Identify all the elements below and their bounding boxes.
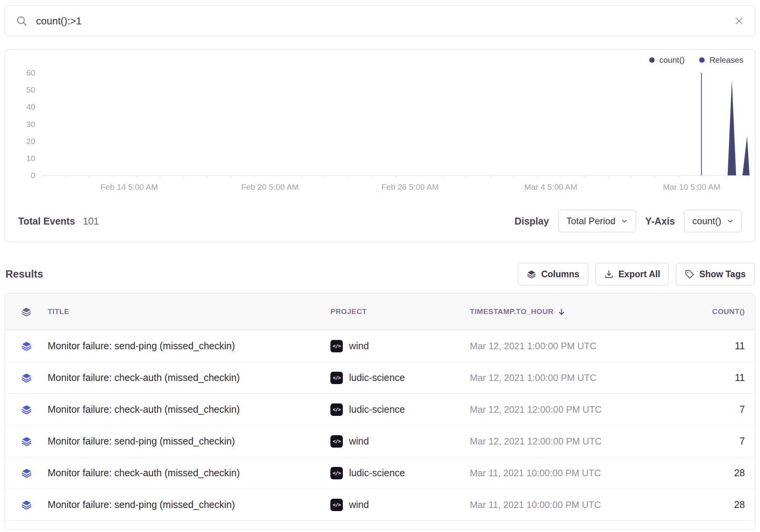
svg-text:Feb 26 5:00 AM: Feb 26 5:00 AM [381, 182, 438, 191]
project-name: ludic-science [349, 467, 405, 479]
row-project[interactable]: </> ludic-science [330, 403, 470, 416]
column-timestamp[interactable]: TIMESTAMP.TO_HOUR [470, 307, 675, 316]
row-title[interactable]: Monitor failure: send-ping (missed_check… [48, 340, 330, 352]
row-timestamp: Mar 12, 2021 1:00:00 PM UTC [470, 341, 675, 352]
stack-icon [21, 436, 32, 446]
row-timestamp: Mar 11, 2021 10:00:00 PM UTC [470, 468, 675, 479]
legend-count-dot [649, 57, 655, 63]
row-title[interactable]: Monitor failure: check-auth (missed_chec… [48, 404, 330, 415]
row-project[interactable]: </> ludic-science [330, 467, 470, 479]
tag-icon [685, 269, 694, 279]
project-name: wind [349, 499, 369, 510]
project-name: ludic-science [349, 372, 405, 383]
layers-icon [527, 269, 536, 279]
row-title[interactable]: Monitor failure: send-ping (missed_check… [48, 499, 330, 510]
events-over-time-chart: 0102030405060Feb 14 5:00 AMFeb 20 5:00 A… [5, 65, 755, 201]
stack-icon [21, 341, 32, 351]
column-count[interactable]: COUNT() [675, 307, 755, 316]
project-platform-icon: </> [330, 499, 343, 511]
project-platform-icon: </> [330, 340, 343, 352]
row-project[interactable]: </> wind [330, 499, 470, 511]
stack-icon [21, 307, 31, 317]
results-bar: Results Columns Export All Show Tags [5, 263, 755, 285]
row-count: 28 [675, 467, 755, 479]
table-body: Monitor failure: send-ping (missed_check… [5, 330, 755, 521]
table-row-partial [5, 521, 755, 529]
clear-search-icon[interactable] [734, 16, 744, 26]
legend-count[interactable]: count() [649, 55, 684, 65]
project-platform-icon: </> [330, 435, 343, 448]
row-project[interactable]: </> ludic-science [330, 372, 470, 384]
total-events-label: Total Events [18, 216, 75, 227]
svg-text:Mar 4 5:00 AM: Mar 4 5:00 AM [524, 182, 578, 191]
row-timestamp: Mar 12, 2021 12:00:00 PM UTC [470, 404, 675, 415]
table-row[interactable]: Monitor failure: send-ping (missed_check… [5, 426, 755, 457]
legend-releases[interactable]: Releases [699, 55, 743, 65]
row-stack-cell [5, 404, 48, 415]
row-count: 11 [675, 372, 755, 383]
show-tags-button[interactable]: Show Tags [676, 263, 755, 285]
svg-text:50: 50 [26, 85, 35, 94]
project-name: ludic-science [349, 404, 405, 415]
columns-button[interactable]: Columns [518, 263, 588, 285]
display-label: Display [514, 216, 549, 227]
row-project[interactable]: </> wind [330, 340, 470, 352]
export-all-button-label: Export All [619, 269, 660, 280]
display-select-value: Total Period [566, 216, 616, 227]
stack-icon [21, 468, 32, 478]
search-input[interactable]: count():>1 [36, 15, 726, 27]
project-platform-icon: </> [330, 403, 343, 416]
row-project[interactable]: </> wind [330, 435, 470, 448]
row-count: 7 [675, 404, 755, 415]
display-select[interactable]: Total Period [558, 210, 636, 232]
column-stack[interactable] [5, 307, 48, 317]
svg-text:Feb 14 5:00 AM: Feb 14 5:00 AM [100, 182, 158, 191]
row-count: 7 [675, 436, 755, 447]
legend-count-label: count() [659, 55, 684, 65]
column-timestamp-label: TIMESTAMP.TO_HOUR [470, 307, 554, 316]
show-tags-button-label: Show Tags [699, 269, 746, 280]
row-stack-cell [5, 468, 48, 478]
column-title[interactable]: TITLE [48, 307, 330, 316]
svg-text:10: 10 [26, 154, 35, 163]
search-icon [16, 15, 28, 27]
row-title[interactable]: Monitor failure: check-auth (missed_chec… [48, 467, 330, 479]
row-timestamp: Mar 12, 2021 12:00:00 PM UTC [470, 436, 675, 447]
download-icon [604, 269, 614, 279]
chevron-down-icon [621, 218, 628, 225]
project-platform-icon: </> [330, 372, 343, 384]
chevron-down-icon [727, 218, 734, 225]
yaxis-select-value: count() [692, 216, 721, 227]
sort-desc-icon [557, 308, 566, 316]
chart-legend: count() Releases [5, 50, 755, 65]
table-row[interactable]: Monitor failure: check-auth (missed_chec… [5, 362, 755, 394]
results-table: TITLE PROJECT TIMESTAMP.TO_HOUR COUNT() … [5, 293, 755, 530]
table-row[interactable]: Monitor failure: check-auth (missed_chec… [5, 457, 755, 489]
table-header: TITLE PROJECT TIMESTAMP.TO_HOUR COUNT() [5, 293, 755, 330]
chart-footer: Total Events 101 Display Total Period Y-… [5, 201, 755, 242]
svg-text:0: 0 [31, 171, 35, 180]
svg-text:30: 30 [26, 120, 35, 129]
yaxis-select[interactable]: count() [684, 210, 742, 232]
row-count: 28 [675, 499, 755, 510]
result-actions: Columns Export All Show Tags [518, 263, 755, 285]
row-title[interactable]: Monitor failure: check-auth (missed_chec… [48, 372, 330, 383]
project-platform-icon: </> [330, 467, 343, 479]
row-title[interactable]: Monitor failure: send-ping (missed_check… [48, 436, 330, 447]
table-row[interactable]: Monitor failure: send-ping (missed_check… [5, 330, 755, 362]
stack-icon [21, 404, 32, 415]
column-project[interactable]: PROJECT [330, 307, 470, 316]
row-timestamp: Mar 11, 2021 10:00:00 PM UTC [470, 499, 675, 510]
yaxis-label: Y-Axis [645, 216, 675, 227]
table-row[interactable]: Monitor failure: check-auth (missed_chec… [5, 394, 755, 426]
table-row[interactable]: Monitor failure: send-ping (missed_check… [5, 489, 755, 521]
legend-releases-dot [699, 57, 705, 63]
project-name: wind [349, 340, 369, 352]
export-all-button[interactable]: Export All [595, 263, 669, 285]
search-bar[interactable]: count():>1 [5, 5, 755, 36]
svg-text:Mar 10 5:00 AM: Mar 10 5:00 AM [663, 182, 720, 191]
columns-button-label: Columns [541, 269, 579, 280]
results-heading: Results [5, 268, 43, 280]
stack-icon [21, 499, 32, 510]
row-stack-cell [5, 372, 48, 383]
